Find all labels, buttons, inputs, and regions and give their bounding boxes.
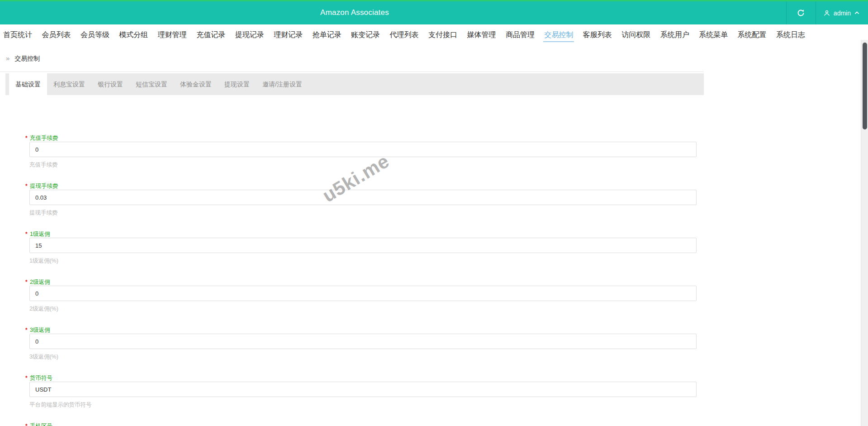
required-asterisk: *	[25, 327, 28, 334]
nav-item[interactable]: 交易控制	[543, 24, 574, 45]
user-menu[interactable]: admin	[816, 1, 868, 24]
scrollbar-thumb[interactable]	[863, 43, 867, 129]
required-asterisk: *	[25, 135, 28, 142]
nav-item[interactable]: 模式分组	[118, 24, 149, 45]
nav-item[interactable]: 代理列表	[389, 24, 420, 45]
chevron-up-icon	[854, 10, 860, 16]
field-label-row: * 货币符号	[29, 374, 704, 381]
field-label-row: * 3级返佣	[29, 326, 704, 333]
field-input[interactable]	[29, 286, 697, 301]
nav-item[interactable]: 系统用户	[659, 24, 690, 45]
nav-item[interactable]: 充值记录	[195, 24, 226, 45]
field-label-row: * 手机区号	[29, 422, 704, 426]
user-icon	[823, 10, 830, 17]
field-label: 1级返佣	[30, 231, 50, 237]
required-asterisk: *	[25, 231, 28, 238]
username-label: admin	[834, 10, 851, 17]
settings-tab[interactable]: 利息宝设置	[47, 73, 91, 95]
settings-tab[interactable]: 提现设置	[218, 73, 256, 95]
field-hint: 平台前端显示的货币符号	[29, 401, 704, 408]
settings-tabbar: 基础设置 利息宝设置 银行设置 短信宝设置 体验金设置 提现设置 邀请/注册设置	[5, 73, 704, 95]
nav-item[interactable]: 理财管理	[157, 24, 188, 45]
field-label: 手机区号	[30, 423, 52, 426]
nav-item[interactable]: 会员等级	[80, 24, 110, 45]
form-field: * 2级返佣 2级返佣(%)	[29, 278, 704, 312]
settings-tab[interactable]: 体验金设置	[174, 73, 218, 95]
nav-item[interactable]: 系统配置	[737, 24, 768, 45]
field-label: 货币符号	[30, 375, 52, 381]
field-label: 2级返佣	[30, 279, 50, 285]
field-label: 充值手续费	[30, 135, 58, 141]
field-input[interactable]	[29, 190, 697, 205]
nav-item[interactable]: 提现记录	[234, 24, 265, 45]
field-hint: 提现手续费	[29, 209, 704, 216]
field-input[interactable]	[29, 382, 697, 397]
required-asterisk: *	[25, 375, 28, 382]
nav-item[interactable]: 支付接口	[427, 24, 458, 45]
scrollbar-track[interactable]	[861, 40, 868, 426]
form-field: * 充值手续费 充值手续费	[29, 134, 704, 168]
breadcrumb-chevrons-icon: »	[6, 54, 9, 62]
nav-item[interactable]: 首页统计	[2, 24, 33, 45]
required-asterisk: *	[25, 183, 28, 190]
refresh-button[interactable]	[787, 1, 816, 24]
refresh-icon	[797, 9, 805, 17]
breadcrumb-label: 交易控制	[14, 55, 40, 62]
nav-item[interactable]: 访问权限	[621, 24, 651, 45]
content-card: 基础设置 利息宝设置 银行设置 短信宝设置 体验金设置 提现设置 邀请/注册设置…	[0, 72, 704, 426]
settings-tab[interactable]: 银行设置	[91, 73, 129, 95]
field-label: 提现手续费	[30, 183, 58, 189]
form-field: * 3级返佣 3级返佣(%)	[29, 326, 704, 360]
nav-item[interactable]: 账变记录	[350, 24, 381, 45]
settings-tab[interactable]: 基础设置	[9, 73, 47, 95]
nav-item[interactable]: 客服列表	[582, 24, 613, 45]
field-hint: 1级返佣(%)	[29, 257, 704, 264]
nav-item[interactable]: 系统日志	[775, 24, 806, 45]
breadcrumb: » 交易控制	[0, 45, 704, 72]
field-label-row: * 1级返佣	[29, 230, 704, 237]
form-field: * 提现手续费 提现手续费	[29, 182, 704, 216]
nav-item[interactable]: 媒体管理	[466, 24, 497, 45]
required-asterisk: *	[25, 423, 28, 426]
header-actions: admin	[786, 1, 868, 24]
form-field: * 货币符号 平台前端显示的货币符号	[29, 374, 704, 408]
main-nav: 首页统计 会员列表 会员等级 模式分组 理财管理 充值记录 提现记录 理财记录 …	[0, 24, 868, 45]
required-asterisk: *	[25, 279, 28, 286]
settings-form: * 充值手续费 充值手续费 * 提现手续费 提现手续费 * 1级返佣	[0, 134, 704, 426]
nav-item[interactable]: 会员列表	[41, 24, 71, 45]
field-label-row: * 充值手续费	[29, 134, 704, 141]
form-field: * 1级返佣 1级返佣(%)	[29, 230, 704, 264]
nav-item[interactable]: 抢单记录	[312, 24, 342, 45]
field-input[interactable]	[29, 238, 697, 253]
field-hint: 3级返佣(%)	[29, 353, 704, 360]
field-input[interactable]	[29, 142, 697, 157]
field-hint: 充值手续费	[29, 161, 704, 168]
field-label-row: * 2级返佣	[29, 278, 704, 285]
field-label: 3级返佣	[30, 327, 50, 333]
app-header: Amazon Associates admin	[0, 1, 868, 24]
field-hint: 2级返佣(%)	[29, 305, 704, 312]
field-input[interactable]	[29, 334, 697, 349]
field-label-row: * 提现手续费	[29, 182, 704, 189]
nav-item[interactable]: 商品管理	[505, 24, 536, 45]
form-field: * 手机区号	[29, 422, 704, 426]
app-title: Amazon Associates	[320, 8, 389, 17]
nav-item[interactable]: 理财记录	[273, 24, 304, 45]
top-accent-strip	[0, 0, 868, 1]
nav-item[interactable]: 系统菜单	[698, 24, 729, 45]
settings-tab[interactable]: 邀请/注册设置	[256, 73, 308, 95]
settings-tab[interactable]: 短信宝设置	[129, 73, 174, 95]
